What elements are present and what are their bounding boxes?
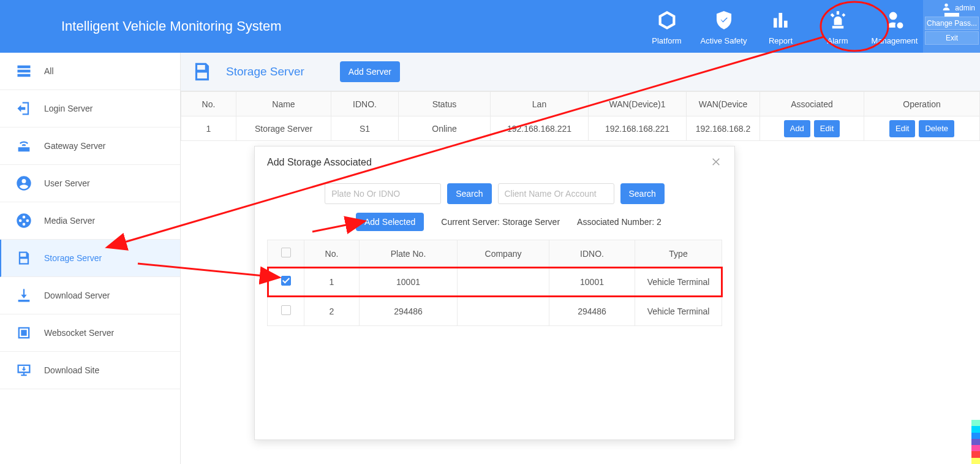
nav-label: Active Safety (701, 36, 747, 45)
cell-type: Vehicle Terminal (635, 297, 722, 326)
row-checkbox[interactable] (281, 305, 291, 315)
sidebar-item-label: Download Site (44, 365, 99, 375)
plate-search-input[interactable] (325, 183, 441, 204)
col-name: Name (236, 92, 331, 116)
col-lan: Lan (491, 92, 589, 116)
nav-label: Platform (652, 36, 681, 45)
client-search-button[interactable]: Search (620, 183, 665, 204)
sidebar-item-label: Download Server (44, 291, 110, 300)
sidebar-item-all[interactable]: All (0, 53, 180, 90)
select-all-checkbox[interactable] (281, 248, 291, 257)
assoc-add-button[interactable]: Add (784, 120, 810, 137)
cell-lan: 192.168.168.221 (491, 116, 589, 141)
col-wan2: WAN(Device (687, 92, 760, 116)
cell-status: Online (399, 116, 491, 141)
nav-label: Report (769, 36, 793, 45)
nav-label: Management (872, 36, 918, 45)
user-menu: admin Change Pass... Exit (925, 0, 979, 45)
col-type: Type (635, 240, 722, 267)
sidebar-item-storage-server[interactable]: Storage Server (0, 240, 180, 277)
assoc-edit-button[interactable]: Edit (814, 120, 840, 137)
sidebar-item-label: Media Server (44, 216, 95, 226)
save-icon (190, 60, 214, 83)
table-row[interactable]: 2 294486 294486 Vehicle Terminal (268, 297, 722, 326)
modal-header: Add Storage Associated (255, 146, 734, 178)
cell-idno: 10001 (549, 267, 635, 297)
sidebar-item-label: Storage Server (44, 253, 102, 263)
cell-no: 1 (304, 267, 360, 297)
sidebar-item-login-server[interactable]: Login Server (0, 90, 180, 127)
col-operation: Operation (864, 92, 980, 116)
bar-chart-icon (770, 9, 792, 31)
cell-company (458, 297, 549, 326)
modal-table: No. Plate No. Company IDNO. Type 1 10001… (267, 240, 722, 326)
add-server-button[interactable]: Add Server (340, 61, 400, 82)
cell-no: 1 (181, 116, 236, 141)
cell-plate: 294486 (360, 297, 458, 326)
sidebar-item-label: Gateway Server (44, 141, 105, 151)
col-no: No. (181, 92, 236, 116)
h-scrollbar[interactable] (0, 455, 760, 464)
sidebar-item-user-server[interactable]: User Server (0, 165, 180, 202)
cell-no: 2 (304, 297, 360, 326)
sidebar-item-label: User Server (44, 178, 90, 188)
socket-icon (15, 324, 33, 342)
change-pass-button[interactable]: Change Pass... (925, 17, 979, 30)
nav-active-safety[interactable]: Active Safety (695, 0, 752, 53)
cell-assoc: Add Edit (760, 116, 864, 141)
action-row: Add Selected Current Server: Storage Ser… (267, 213, 722, 231)
col-status: Status (399, 92, 491, 116)
row-delete-button[interactable]: Delete (919, 120, 954, 137)
shield-check-icon (713, 9, 735, 31)
sidebar-item-media-server[interactable]: Media Server (0, 202, 180, 240)
sidebar-item-websocket-server[interactable]: Websocket Server (0, 314, 180, 352)
sidebar-item-label: Websocket Server (44, 328, 114, 338)
col-idno: IDNO. (331, 92, 399, 116)
app-title: Intelligent Vehicle Monitoring System (61, 18, 282, 34)
monitor-download-icon (15, 361, 33, 379)
cell-type: Vehicle Terminal (635, 267, 722, 297)
user-circle-icon (15, 174, 33, 192)
cell-company (458, 267, 549, 297)
table-row: 1 Storage Server S1 Online 192.168.168.2… (181, 116, 980, 141)
nav-management[interactable]: Management (866, 0, 923, 53)
cell-chk (268, 297, 304, 326)
col-company: Company (458, 240, 549, 267)
router-icon (15, 137, 33, 155)
avatar-icon (941, 2, 951, 13)
exit-button[interactable]: Exit (925, 31, 979, 45)
sidebar-item-label: Login Server (44, 104, 92, 113)
cell-plate: 10001 (360, 267, 458, 297)
row-edit-button[interactable]: Edit (889, 120, 915, 137)
cube-icon (656, 9, 678, 31)
nav-platform[interactable]: Platform (638, 0, 695, 53)
sidebar-item-gateway-server[interactable]: Gateway Server (0, 127, 180, 165)
nav-alarm[interactable]: Alarm (809, 0, 866, 53)
cell-idno: S1 (331, 116, 399, 141)
close-icon[interactable] (711, 157, 722, 168)
add-selected-button[interactable]: Add Selected (356, 213, 424, 231)
download-icon (15, 286, 33, 305)
col-chk (268, 240, 304, 267)
current-server-label: Current Server: Storage Server (441, 217, 560, 227)
cell-idno: 294486 (549, 297, 635, 326)
nav-report[interactable]: Report (752, 0, 809, 53)
row-checkbox[interactable] (281, 276, 291, 286)
cell-chk (268, 267, 304, 297)
search-row: Search Search (267, 183, 722, 204)
cell-wan1: 192.168.168.221 (589, 116, 687, 141)
col-assoc: Associated (760, 92, 864, 116)
page-title: Storage Server (226, 65, 304, 78)
sidebar-item-download-server[interactable]: Download Server (0, 277, 180, 314)
plate-search-button[interactable]: Search (447, 183, 491, 204)
col-wan1: WAN(Device)1 (589, 92, 687, 116)
login-icon (15, 99, 33, 118)
associated-number-label: Associated Number: 2 (577, 217, 662, 227)
user-menu-user[interactable]: admin (925, 0, 979, 15)
table-row[interactable]: 1 10001 10001 Vehicle Terminal (268, 267, 722, 297)
sidebar-item-download-site[interactable]: Download Site (0, 352, 180, 389)
client-search-input[interactable] (498, 183, 614, 204)
col-idno: IDNO. (549, 240, 635, 267)
user-gear-icon (884, 9, 906, 31)
col-plate: Plate No. (360, 240, 458, 267)
